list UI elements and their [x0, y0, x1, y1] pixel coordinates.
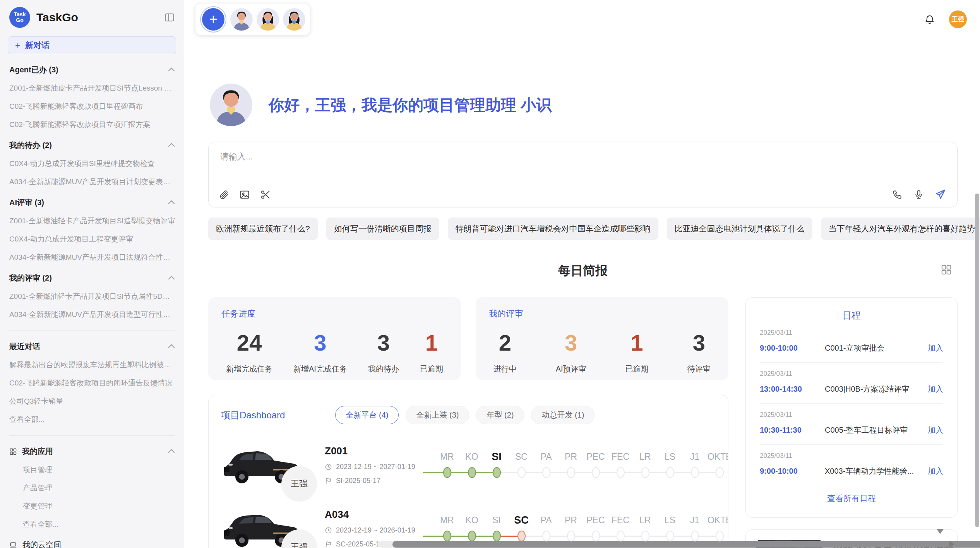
assistant-avatar [210, 84, 252, 126]
dashboard-tab[interactable]: 年型 (2) [476, 406, 524, 424]
sidebar-section-header[interactable]: 我的待办 (2) [9, 140, 175, 151]
sidebar-item[interactable]: 公司Q3轻卡销量 [9, 396, 175, 406]
sidebar-item[interactable]: 解释最新出台的欧盟报废车法规再生塑料比例被调至15%... [9, 360, 175, 370]
sidebar-item[interactable]: A034-全新新能源MUV产品开发项目造型可行性评审 [9, 310, 175, 320]
project-flag: SI-2025-05-17 [325, 477, 422, 485]
send-icon[interactable] [935, 188, 946, 200]
schedule-event: 2025/03/119:00-10:00C001-立项审批会加入 [760, 322, 943, 363]
stat-value: 3 [565, 331, 577, 355]
sidebar-item[interactable]: Z001-全新燃油轻卡产品开发项目SI节点属性5D文件评审 [9, 291, 175, 301]
scissors-icon[interactable] [260, 189, 271, 200]
milestone-label: FEC [612, 450, 629, 464]
milestone-dot [617, 531, 625, 541]
event-join-link[interactable]: 加入 [928, 466, 943, 476]
suggestion-chip[interactable]: 当下年轻人对汽车外观有怎样的喜好趋势 [821, 217, 980, 240]
project-owner-badge: 王强 [281, 466, 317, 502]
milestone-dot [592, 467, 600, 478]
sidebar-collapse-icon[interactable] [164, 12, 175, 23]
scroll-right-arrow-icon[interactable] [949, 541, 954, 547]
sidebar-section-header[interactable]: AI评审 (3) [9, 197, 175, 208]
project-row[interactable]: 王强Z0012023-12-19 ~ 2027-01-19SI-2025-05-… [221, 442, 716, 488]
agent-avatar[interactable] [283, 8, 305, 31]
sidebar-app-item[interactable]: 变更管理 [23, 501, 175, 511]
suggestion-chip[interactable]: 比亚迪全固态电池计划具体说了什么 [667, 217, 812, 240]
sidebar-item[interactable]: C02-飞腾新能源轻客改款项目立项汇报方案 [9, 120, 175, 130]
milestone-label: SC [514, 513, 529, 527]
add-agent-button[interactable]: + [202, 8, 224, 31]
project-dates: 2023-12-19 ~ 2027-01-19 [325, 463, 422, 471]
sidebar-item[interactable]: A034-全新新能源MUV产品开发项目计划变更表编写 [9, 177, 175, 187]
suggestion-chip[interactable]: 如何写一份清晰的项目周报 [326, 217, 439, 240]
sidebar-item[interactable]: Z001-全新燃油皮卡产品开发项目SI节点Lesson Learn报告 [9, 83, 175, 93]
project-vehicle-image: 王强 [221, 442, 303, 488]
milestone-label: OKTB [708, 450, 728, 464]
milestone-dot [716, 531, 724, 541]
milestone-dot [691, 531, 699, 541]
sidebar-item-cloud-space[interactable]: 我的云空间 [9, 539, 175, 548]
event-date: 2025/03/11 [760, 370, 943, 378]
layout-grid-icon[interactable] [941, 264, 952, 277]
suggestion-chip[interactable]: 欧洲新规最近颁布了什么? [208, 217, 318, 240]
sidebar-item[interactable]: C0X4-动力总成开发项目SI里程碑提交物检查 [9, 159, 175, 169]
sidebar-section-label: AI评审 (3) [9, 197, 44, 208]
stats-row: 任务进度24新增完成任务3新增AI完成任务3我的待办1已逾期我的评审2进行中3A… [208, 297, 728, 380]
scroll-down-arrow-icon[interactable] [937, 529, 944, 534]
sidebar-item[interactable]: C0X4-动力总成开发项目工程变更评审 [9, 234, 175, 244]
milestone-dot [666, 531, 674, 541]
dashboard-header: 项目Dashboard 全新平台 (4)全新上装 (3)年型 (2)动总开发 (… [221, 406, 716, 424]
phone-call-icon[interactable] [892, 189, 903, 200]
chat-input[interactable] [219, 151, 763, 162]
image-upload-icon[interactable] [239, 189, 250, 200]
milestone-dot [468, 467, 476, 478]
event-date: 2025/03/11 [760, 411, 943, 419]
sidebar-item[interactable]: Z001-全新燃油轻卡产品开发项目SI造型提交物评审 [9, 216, 175, 226]
suggestion-chip[interactable]: 特朗普可能对进口汽车增税会对中国车企造成哪些影响 [448, 217, 658, 240]
stat-label: 进行中 [493, 364, 517, 374]
milestone: FEC [608, 450, 633, 481]
milestone: OKTB [707, 450, 728, 481]
sidebar-item[interactable]: C02-飞腾新能源轻客改款项目的闭环通告反馈情况 [9, 378, 175, 388]
sidebar-item[interactable]: C02-飞腾新能源轻客改款项目里程碑画布 [9, 101, 175, 111]
project-vehicle-image: 王强 [221, 505, 303, 548]
event-join-link[interactable]: 加入 [928, 384, 943, 394]
milestone: SC [509, 450, 534, 481]
chat-input-card [208, 142, 958, 207]
apps-grid-icon [9, 448, 17, 456]
milestone: SI [484, 450, 509, 481]
sidebar-section-header[interactable]: 我的评审 (2) [9, 273, 175, 283]
microphone-icon[interactable] [913, 189, 924, 200]
dashboard-tab[interactable]: 动总开发 (1) [531, 406, 595, 424]
stat-grid: 24新增完成任务3新增AI完成任务3我的待办1已逾期 [221, 331, 448, 374]
agent-avatar[interactable] [257, 8, 279, 31]
dashboard-tab[interactable]: 全新平台 (4) [335, 406, 399, 424]
milestone: PA [534, 513, 559, 545]
sidebar-section-header[interactable]: Agent已办 (3) [9, 65, 175, 75]
view-all-schedule-link[interactable]: 查看所有日程 [760, 493, 943, 504]
event-join-link[interactable]: 加入 [928, 343, 943, 353]
horizontal-scrollbar-thumb[interactable] [392, 541, 980, 548]
sidebar-item[interactable]: 查看全部... [9, 414, 175, 425]
agent-avatar[interactable] [230, 8, 253, 31]
dashboard-tab[interactable]: 全新上装 (3) [406, 406, 469, 424]
new-chat-button[interactable]: + 新对话 [8, 36, 176, 54]
user-avatar[interactable]: 王强 [949, 10, 967, 28]
sidebar-section-label: 我的评审 (2) [9, 273, 52, 283]
sidebar-app-item[interactable]: 查看全部... [23, 519, 175, 529]
paperclip-icon[interactable] [219, 190, 229, 200]
sidebar-item-my-apps[interactable]: 我的应用 [9, 446, 175, 457]
vertical-scrollbar-thumb[interactable] [975, 194, 979, 527]
sidebar-app-item[interactable]: 产品管理 [23, 483, 175, 493]
notification-bell-icon[interactable] [924, 14, 935, 25]
sidebar-item[interactable]: A034-全新新能源MUV产品开发项目法规符合性评审 [9, 252, 175, 262]
stat-grid: 2进行中3AI预评审1已逾期3待评审 [489, 331, 715, 374]
milestone-label: FEC [612, 513, 629, 527]
stat-label: 新增AI完成任务 [293, 364, 347, 374]
milestone-label: SI [492, 513, 501, 527]
sidebar-app-item[interactable]: 项目管理 [23, 465, 175, 475]
milestone-label: OKTB [708, 513, 728, 527]
milestone-label: KO [465, 513, 478, 527]
milestone: OKTB [707, 513, 728, 545]
sidebar-section-header[interactable]: 最近对话 [9, 341, 175, 352]
event-join-link[interactable]: 加入 [928, 425, 943, 435]
milestone: PR [559, 513, 583, 545]
